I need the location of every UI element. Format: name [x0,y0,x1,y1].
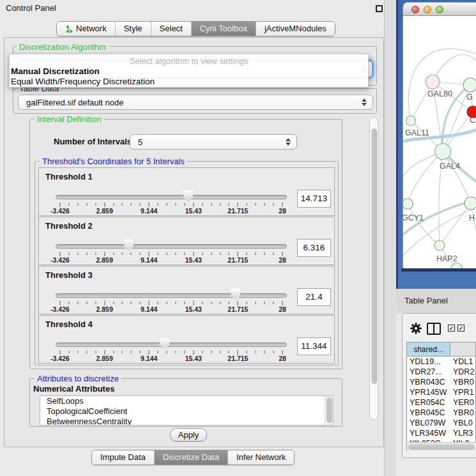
tab-select[interactable]: Select [151,22,192,36]
float-window-icon[interactable] [376,5,383,12]
table-row[interactable]: YBL079WYBL0 [407,418,476,428]
network-node-gal80[interactable] [426,75,440,89]
tick-mark [158,302,158,304]
network-node-gal11[interactable] [406,116,416,126]
dropdown-option[interactable]: Manual Discretization [11,66,367,77]
dropdown-option[interactable]: Equal Width/Frequency Discretization [11,77,367,87]
tab-label: Infer Network [236,450,286,464]
tab-jactivemnodules[interactable]: jActiveMNodules [256,22,335,36]
network-node-g[interactable] [463,78,476,92]
cell-name[interactable]: YLR3 [453,428,473,438]
list-item[interactable]: BetweennessCentrality [40,417,333,426]
tick-mark [220,203,220,206]
cell-shared-name[interactable]: YBR045C [410,408,450,418]
tick-label: 2.859 [96,256,112,264]
table-row[interactable]: YLR345WYLR3 [407,428,476,438]
table-row[interactable]: YPR145WYPR1 [407,387,476,397]
slider-track[interactable] [56,293,287,298]
scrollbar-thumb[interactable] [371,128,377,384]
tick-mark [238,252,238,256]
network-node-hap2[interactable] [434,240,445,250]
table-row[interactable]: YDL19...YDL1 [407,357,476,367]
table-data-combobox[interactable]: galFiltered.sif default node [18,95,373,110]
split-columns-icon[interactable] [427,323,441,335]
threshold-value-field[interactable]: 11.344 [297,337,331,355]
cell-name[interactable]: YDR2 [453,367,474,377]
cell-shared-name[interactable]: YLR345W [410,428,450,438]
cell-shared-name[interactable]: YPR145W [410,387,450,397]
cell-name[interactable]: YER0 [453,397,474,408]
tab-style[interactable]: Style [116,22,151,36]
slider-handle[interactable] [160,338,169,349]
tick-mark [202,351,203,353]
main-vertical-scrollbar[interactable] [369,117,378,420]
scrollbar-thumb[interactable] [408,444,475,450]
slider-handle[interactable] [124,240,134,251]
tick-mark [131,351,132,353]
table-row[interactable]: YER054CYER0 [407,397,476,408]
table-horizontal-scrollbar[interactable] [407,442,476,451]
network-node-gcy1[interactable] [403,199,413,210]
cell-shared-name[interactable]: YBR043C [410,377,450,387]
tab-network[interactable]: Network [57,22,116,36]
number-of-intervals-combobox[interactable]: 5 [130,134,297,150]
minimize-traffic-light-icon[interactable] [424,6,431,13]
node-label: GCY1 [403,213,424,222]
cell-name[interactable]: YBL0 [453,418,473,428]
close-traffic-light-icon[interactable] [411,6,419,13]
cell-shared-name[interactable]: YBL079W [410,418,450,428]
checkbox-icon[interactable]: ✓ [448,325,455,332]
numerical-attributes-list[interactable]: SelfLoopsTopologicalCoefficientBetweenne… [40,395,334,426]
scrollbar-thumb[interactable] [326,397,332,423]
table-row[interactable]: YBR045CYBR0 [407,408,476,418]
threshold-value-field[interactable]: 6.316 [297,239,331,257]
tick-mark [131,302,132,304]
tick-label: -3.426 [50,207,70,215]
panel-divider[interactable] [384,0,396,476]
network-node-gal4[interactable] [435,144,451,160]
network-node-h[interactable] [464,197,476,210]
tab-discretize-data[interactable]: Discretize Data [155,450,228,464]
tick-mark [167,351,167,353]
gear-icon[interactable] [410,322,422,335]
slider-tick-labels: -3.4262.8599.14415.4321.71528 [60,355,282,362]
threshold-value-field[interactable]: 14.713 [297,190,331,208]
tab-cyni-toolbox[interactable]: Cyni Toolbox [192,22,256,36]
cell-shared-name[interactable]: YDL19... [410,357,450,367]
list-item[interactable]: SelfLoops [40,396,333,406]
zoom-traffic-light-icon[interactable] [436,6,443,13]
tick-mark [273,302,274,304]
network-window[interactable]: GAL80GCGAL11GAL4GCY1HHAP2 [403,2,476,268]
slider-tick-labels: -3.4262.8599.14415.4321.71528 [60,305,282,312]
slider-track[interactable] [56,342,287,347]
tick-label: 15.43 [185,207,202,215]
cell-shared-name[interactable]: YER054C [410,397,450,408]
table-row[interactable]: YDR27...YDR2 [407,367,476,377]
checkbox-icon[interactable]: ✓ [457,325,464,332]
network-window-titlebar[interactable] [403,2,476,16]
tick-mark [68,302,69,304]
table-row[interactable]: YBR043CYBR0 [407,377,476,387]
column-header-name[interactable]: n [450,342,476,357]
tick-mark [247,302,247,304]
cell-name[interactable]: YBR0 [453,408,474,418]
list-scrollbar[interactable] [325,396,333,425]
slider-handle[interactable] [183,190,193,202]
network-canvas[interactable]: GAL80GCGAL11GAL4GCY1HHAP2 [403,16,476,268]
tick-mark [229,252,229,255]
cell-name[interactable]: YBR0 [453,377,474,387]
tab-infer-network[interactable]: Infer Network [228,450,294,464]
slider-track[interactable] [56,244,287,249]
bottom-tab-bar: Impute DataDiscretize DataInfer Network [91,450,295,465]
tab-impute-data[interactable]: Impute Data [92,450,155,464]
slider-handle[interactable] [231,289,240,300]
tick-mark [184,351,185,353]
threshold-value-field[interactable]: 21.4 [297,288,331,306]
cell-name[interactable]: YPR1 [453,387,474,397]
list-item[interactable]: TopologicalCoefficient [40,406,333,417]
apply-button[interactable]: Apply [170,428,207,441]
cell-name[interactable]: YDL1 [453,357,473,367]
slider-track[interactable] [56,195,287,199]
column-header-shared[interactable]: shared... [407,342,450,357]
cell-shared-name[interactable]: YDR27... [410,367,450,377]
